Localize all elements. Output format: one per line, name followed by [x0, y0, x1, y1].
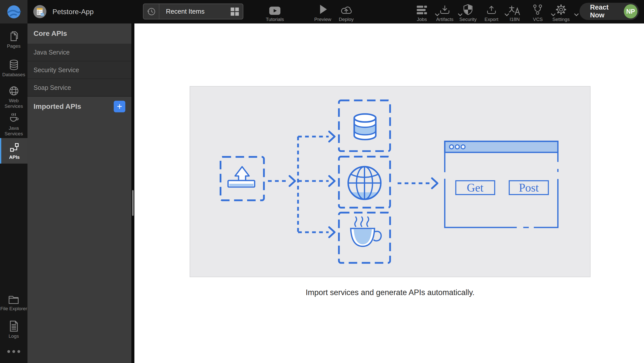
pages-icon	[8, 31, 20, 42]
sidebar-item-databases[interactable]: Databases	[0, 59, 27, 77]
imported-apis-label: Imported APIs	[34, 102, 81, 111]
upload-icon	[486, 3, 497, 15]
imported-apis-header: Imported APIs +	[27, 97, 131, 116]
download-icon	[439, 3, 450, 15]
play-icon	[317, 3, 329, 15]
shield-icon	[463, 3, 473, 15]
youtube-icon	[269, 3, 281, 15]
database-icon	[8, 59, 20, 71]
diagram-illustration: Get Post	[190, 87, 590, 277]
api-nodes-icon	[9, 142, 20, 153]
translate-icon	[509, 3, 520, 15]
left-sidebar: Pages Databases Web Services	[0, 23, 27, 363]
history-icon	[143, 4, 159, 19]
i18n-button[interactable]: I18N	[503, 3, 526, 22]
panel-scrollbar[interactable]	[132, 190, 134, 216]
recent-items-dropdown[interactable]: Recent Items	[143, 4, 243, 19]
browser-window	[445, 141, 558, 227]
app-window: Petstore-App Recent Items	[0, 0, 644, 363]
sidebar-item-logs[interactable]: Logs	[0, 320, 27, 339]
document-icon	[9, 320, 19, 332]
sidebar-item-file-explorer[interactable]: File Explorer	[0, 295, 27, 312]
tutorials-button[interactable]: Tutorials	[262, 3, 287, 22]
panel-gutter	[131, 23, 134, 363]
upload-arrow-icon	[235, 167, 249, 181]
sidebar-item-web-services[interactable]: Web Services	[0, 85, 27, 109]
coffee-icon	[8, 113, 20, 124]
jobs-stack-icon	[416, 3, 427, 15]
more-options-ellipsis-icon[interactable]	[7, 350, 20, 353]
app-title: Petstore-App	[52, 8, 94, 16]
sidebar-item-pages[interactable]: Pages	[0, 31, 27, 49]
wavemaker-logo-icon	[6, 4, 22, 20]
gear-icon	[555, 3, 567, 15]
preview-button[interactable]: Preview	[313, 3, 333, 22]
recent-items-label: Recent Items	[166, 8, 204, 15]
react-now-button[interactable]: React Now NP	[579, 3, 639, 20]
apis-panel: Core APIs Java Service Security Service …	[27, 23, 131, 363]
artifacts-button[interactable]: Artifacts	[433, 3, 456, 22]
main-content: Get Post Import services and generate AP…	[134, 23, 644, 363]
add-imported-api-button[interactable]: +	[114, 101, 125, 112]
deploy-button[interactable]: Deploy	[336, 3, 356, 22]
get-button-label: Get	[467, 181, 483, 194]
chevron-down-icon	[574, 13, 579, 16]
top-bar: Petstore-App Recent Items	[0, 0, 644, 23]
user-avatar[interactable]: NP	[624, 4, 637, 18]
wavemaker-logo[interactable]	[0, 0, 27, 23]
jobs-button[interactable]: Jobs	[411, 3, 433, 22]
grid-icon[interactable]	[230, 7, 239, 16]
sidebar-item-apis[interactable]: APIs	[0, 138, 27, 164]
post-button-label: Post	[519, 181, 539, 194]
security-button[interactable]: Security	[457, 3, 479, 22]
globe-icon	[8, 85, 20, 97]
list-item-security-service[interactable]: Security Service	[27, 61, 131, 79]
git-branch-icon	[533, 3, 543, 15]
diagram-caption: Import services and generate APIs automa…	[190, 288, 591, 297]
list-item-java-service[interactable]: Java Service	[27, 44, 131, 61]
settings-button[interactable]: Settings	[550, 3, 572, 22]
core-apis-header: Core APIs	[27, 23, 131, 44]
react-now-label: React Now	[590, 4, 624, 19]
import-services-diagram: Get Post	[190, 86, 591, 277]
vcs-button[interactable]: VCS	[526, 3, 549, 22]
export-button[interactable]: Export	[480, 3, 503, 22]
folder-icon	[8, 295, 20, 305]
project-icon[interactable]	[33, 5, 46, 18]
list-item-soap-service[interactable]: Soap Service	[27, 79, 131, 97]
cloud-upload-icon	[340, 3, 353, 15]
sidebar-item-java-services[interactable]: Java Services	[0, 113, 27, 137]
